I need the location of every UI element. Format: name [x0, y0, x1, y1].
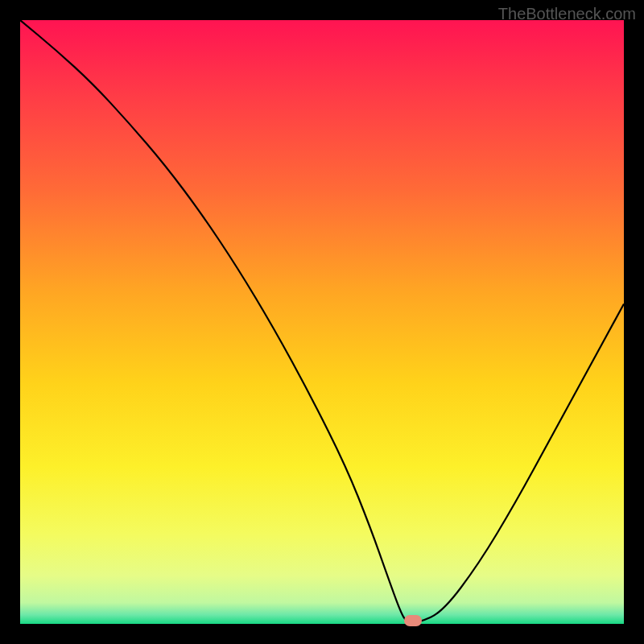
watermark-text: TheBottleneck.com [498, 5, 636, 23]
gradient-background [20, 20, 624, 624]
plot-area [20, 20, 624, 624]
chart-svg [20, 20, 624, 624]
chart-container: TheBottleneck.com [0, 0, 644, 644]
optimal-marker [404, 615, 422, 626]
